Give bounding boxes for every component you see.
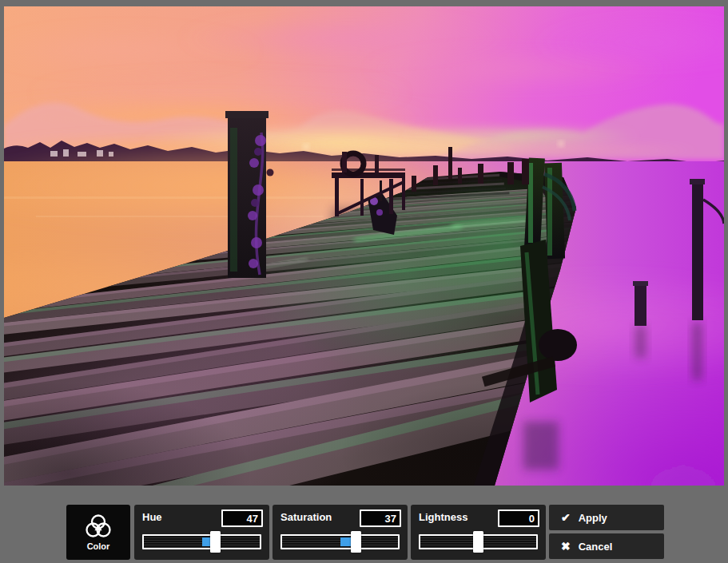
hue-slider-panel: Hue — [134, 505, 269, 560]
check-icon: ✔ — [561, 512, 571, 523]
hue-slider-thumb[interactable] — [210, 531, 221, 553]
photo-editor-window: Color Hue Saturation Lightness ✔ Apply ✖… — [0, 0, 728, 563]
photo-canvas — [4, 6, 724, 486]
saturation-slider-thumb[interactable] — [351, 531, 361, 553]
color-wheel-icon — [83, 513, 113, 539]
lightness-label: Lightness — [419, 511, 467, 523]
lightness-slider-thumb[interactable] — [473, 531, 483, 553]
lightness-slider-panel: Lightness — [411, 505, 546, 560]
photo-image — [4, 6, 724, 486]
lightness-slider-track[interactable] — [419, 534, 538, 549]
apply-button[interactable]: ✔ Apply — [549, 505, 664, 530]
hue-label: Hue — [142, 511, 162, 523]
hue-value-input[interactable] — [221, 509, 263, 527]
saturation-label: Saturation — [280, 511, 332, 523]
cancel-button[interactable]: ✖ Cancel — [549, 533, 664, 559]
saturation-slider-track[interactable] — [280, 534, 400, 549]
cancel-label: Cancel — [579, 541, 613, 553]
hue-slider-track[interactable] — [142, 534, 261, 549]
color-tool-button[interactable]: Color — [66, 505, 130, 560]
color-tool-label: Color — [87, 541, 110, 551]
lightness-value-input[interactable] — [498, 509, 539, 527]
saturation-slider-panel: Saturation — [273, 505, 408, 560]
x-icon: ✖ — [561, 541, 571, 552]
saturation-value-input[interactable] — [360, 509, 401, 527]
apply-label: Apply — [579, 512, 607, 524]
